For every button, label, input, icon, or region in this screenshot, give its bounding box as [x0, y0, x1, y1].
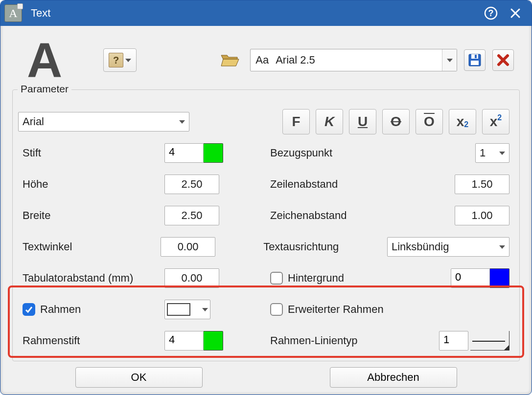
- pen-field[interactable]: 4: [164, 143, 223, 163]
- delete-icon: [496, 53, 510, 67]
- refpoint-select[interactable]: 1: [475, 143, 509, 163]
- refpoint-value: 1: [480, 147, 486, 159]
- app-icon: A: [4, 4, 22, 22]
- pen-value[interactable]: 4: [164, 143, 204, 163]
- ok-button[interactable]: OK: [75, 367, 203, 388]
- textangle-input[interactable]: [161, 237, 215, 257]
- help-button[interactable]: ?: [479, 0, 503, 26]
- group-title: Parameter: [18, 83, 71, 95]
- linespacing-input[interactable]: [455, 175, 509, 194]
- chevron-down-icon: [495, 144, 509, 162]
- extframe-checkbox[interactable]: [270, 303, 283, 316]
- help-icon: ?: [484, 6, 498, 20]
- framepen-label: Rahmenstift: [23, 334, 164, 347]
- svg-rect-6: [475, 55, 477, 58]
- linespacing-label: Zeilenabstand: [270, 178, 397, 191]
- charspacing-input[interactable]: [455, 206, 509, 225]
- overline-button[interactable]: O: [416, 109, 443, 134]
- dialog-content: A ? Aa Arial 2.5: [0, 26, 532, 395]
- background-field[interactable]: 0: [451, 268, 509, 288]
- refpoint-label: Bezugspunkt: [270, 147, 397, 159]
- framepen-color-swatch[interactable]: [204, 331, 223, 351]
- frame-shape-select[interactable]: [164, 300, 210, 319]
- strikethrough-button[interactable]: O: [382, 109, 410, 134]
- cancel-button[interactable]: Abbrechen: [330, 367, 457, 388]
- svg-text:?: ?: [488, 8, 494, 18]
- charspacing-label: Zeichenabstand: [270, 209, 397, 222]
- chevron-down-icon: [202, 308, 208, 311]
- window-title: Text: [31, 7, 50, 20]
- close-icon: [510, 8, 521, 19]
- top-strip: A ? Aa Arial 2.5: [0, 26, 532, 85]
- preset-select[interactable]: Aa Arial 2.5: [250, 49, 457, 71]
- textalign-value: Linksbündig: [392, 241, 449, 253]
- width-label: Breite: [23, 209, 164, 222]
- background-value[interactable]: 0: [451, 268, 490, 288]
- linetype-preview-icon: [470, 331, 509, 351]
- framelinetype-field[interactable]: 1: [439, 331, 509, 351]
- chevron-down-icon: [442, 49, 457, 71]
- save-icon: [467, 53, 482, 67]
- framepen-field[interactable]: 4: [164, 331, 223, 351]
- framelinetype-value[interactable]: 1: [439, 331, 468, 351]
- pen-label: Stift: [23, 147, 164, 159]
- text-tool-icon: A: [27, 36, 62, 85]
- background-label: Hintergrund: [288, 272, 344, 285]
- close-button[interactable]: [503, 0, 528, 26]
- parameter-group: Parameter Aa Arial F K U O O x2: [12, 89, 520, 361]
- tabspacing-input[interactable]: [164, 268, 219, 288]
- titlebar: A Text ?: [0, 0, 532, 26]
- preset-prefix: Aa: [255, 54, 269, 66]
- footer: OK Abbrechen: [0, 361, 532, 395]
- frame-label: Rahmen: [40, 303, 81, 316]
- pen-color-swatch[interactable]: [204, 143, 223, 163]
- textalign-label: Textausrichtung: [263, 241, 387, 253]
- chevron-down-icon: [125, 59, 131, 62]
- height-label: Höhe: [23, 178, 164, 191]
- check-icon: [24, 305, 33, 314]
- folder-open-icon: [220, 52, 240, 68]
- italic-button[interactable]: K: [316, 109, 343, 134]
- subscript-button[interactable]: x2: [449, 109, 476, 134]
- textangle-label: Textwinkel: [23, 241, 161, 253]
- background-color-swatch[interactable]: [490, 268, 509, 288]
- underline-button[interactable]: U: [349, 109, 376, 134]
- chevron-down-icon: [175, 112, 189, 131]
- frame-checkbox[interactable]: [23, 303, 35, 316]
- background-checkbox[interactable]: [270, 272, 283, 285]
- framepen-value[interactable]: 4: [164, 331, 204, 351]
- chevron-down-icon: [495, 238, 509, 256]
- font-family-value: Arial: [23, 115, 44, 128]
- tabspacing-label: Tabulatorabstand (mm): [23, 272, 164, 285]
- text-dialog: A Text ? A ?: [0, 0, 532, 395]
- book-icon: ?: [109, 53, 123, 67]
- bold-button[interactable]: F: [282, 109, 310, 134]
- textalign-select[interactable]: Linksbündig: [387, 237, 509, 257]
- delete-preset-button[interactable]: [492, 49, 514, 71]
- help-dropdown[interactable]: ?: [103, 48, 137, 72]
- superscript-button[interactable]: x2: [482, 109, 509, 134]
- open-folder-button[interactable]: [219, 49, 241, 71]
- svg-rect-7: [471, 61, 479, 65]
- framelinetype-label: Rahmen-Linientyp: [270, 334, 397, 347]
- rectangle-icon: [167, 303, 190, 316]
- height-input[interactable]: [164, 175, 219, 194]
- preset-value: Arial 2.5: [276, 54, 315, 66]
- width-input[interactable]: [164, 206, 219, 225]
- font-family-select[interactable]: Arial: [18, 112, 189, 132]
- save-preset-button[interactable]: [464, 49, 486, 71]
- extframe-label: Erweiterter Rahmen: [288, 303, 384, 316]
